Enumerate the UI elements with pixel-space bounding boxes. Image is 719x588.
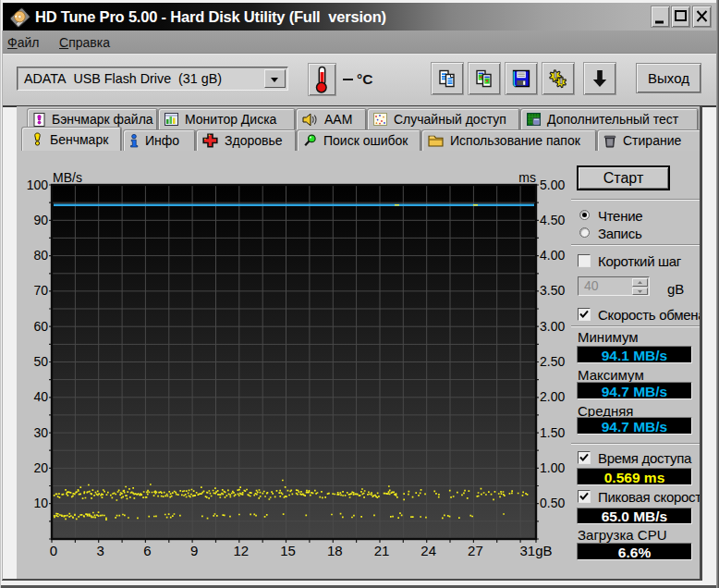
- svg-text:80: 80: [33, 248, 48, 263]
- svg-text:10: 10: [33, 496, 48, 510]
- svg-text:0.50: 0.50: [540, 496, 565, 510]
- svg-text:31gB: 31gB: [519, 543, 552, 558]
- svg-text:ms: ms: [518, 170, 536, 185]
- svg-text:20: 20: [33, 460, 48, 475]
- svg-text:30: 30: [33, 425, 48, 440]
- svg-text:6: 6: [143, 543, 151, 558]
- svg-text:18: 18: [327, 543, 343, 558]
- svg-text:40: 40: [33, 389, 48, 404]
- svg-text:4.00: 4.00: [540, 248, 565, 263]
- svg-text:27: 27: [468, 543, 483, 558]
- svg-text:2.50: 2.50: [540, 354, 565, 369]
- svg-text:60: 60: [33, 319, 48, 334]
- svg-text:100: 100: [27, 178, 49, 192]
- svg-text:5.00: 5.00: [540, 178, 565, 192]
- svg-text:50: 50: [33, 354, 48, 369]
- svg-text:70: 70: [33, 283, 48, 298]
- svg-text:3.00: 3.00: [540, 319, 565, 334]
- svg-text:1.50: 1.50: [540, 425, 565, 440]
- svg-text:0: 0: [50, 543, 57, 558]
- svg-text:15: 15: [280, 543, 296, 558]
- svg-text:21: 21: [374, 543, 390, 558]
- svg-text:90: 90: [33, 213, 48, 227]
- svg-text:3: 3: [97, 543, 104, 558]
- svg-text:2.00: 2.00: [540, 389, 565, 404]
- svg-text:24: 24: [420, 543, 436, 558]
- svg-text:1.00: 1.00: [540, 460, 565, 475]
- svg-text:12: 12: [233, 543, 249, 558]
- svg-text:3.50: 3.50: [540, 283, 565, 298]
- svg-text:4.50: 4.50: [540, 213, 565, 227]
- svg-text:MB/s: MB/s: [53, 170, 82, 185]
- svg-text:9: 9: [190, 543, 198, 558]
